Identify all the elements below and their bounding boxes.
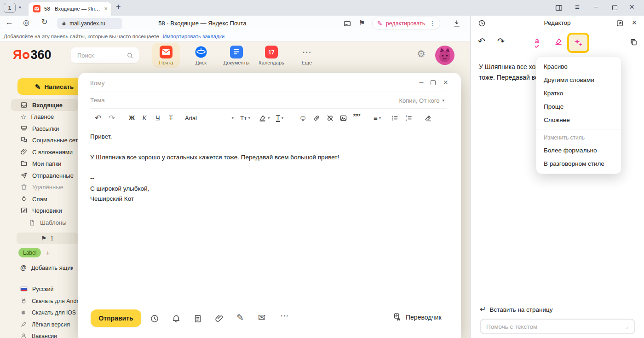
folder-attachments[interactable]: С вложениями bbox=[11, 146, 78, 158]
folder-deleted[interactable]: Удалённые bbox=[11, 181, 78, 193]
folder-spam[interactable]: Спам bbox=[11, 193, 78, 205]
italic-button[interactable]: К bbox=[142, 113, 147, 122]
folder-templates[interactable]: Шаблоны bbox=[11, 216, 78, 228]
bold-button[interactable]: Ж bbox=[129, 113, 135, 122]
insert-image-icon[interactable] bbox=[339, 113, 347, 122]
underline-button[interactable]: Ч bbox=[155, 113, 160, 122]
menu-item-other-words[interactable]: Другими словами bbox=[536, 73, 621, 87]
import-bookmarks-link[interactable]: Импортировать закладки bbox=[163, 34, 224, 39]
downloads-icon[interactable] bbox=[453, 19, 461, 28]
edit-more-kebab-icon[interactable]: ⋮ bbox=[429, 20, 435, 26]
language-link[interactable]: Русский bbox=[11, 283, 78, 295]
svg-text:17: 17 bbox=[268, 49, 275, 56]
collections-card-icon[interactable] bbox=[343, 19, 351, 28]
align-button[interactable]: ≡▾ bbox=[374, 113, 381, 122]
menu-item-more-formal[interactable]: Более формально bbox=[536, 144, 621, 157]
edit-page-button[interactable]: ✎ редактировать ⋮ bbox=[373, 17, 440, 29]
menu-item-conversational[interactable]: В разговорном стиле bbox=[536, 157, 621, 170]
insert-to-page-button[interactable]: ↵ Вставить на страницу bbox=[480, 306, 553, 313]
window-close-button[interactable]: × bbox=[629, 2, 634, 11]
folder-inbox[interactable]: Входящие bbox=[11, 99, 78, 111]
panel-redo-icon[interactable]: ↷ bbox=[497, 37, 505, 46]
bookmarked-messages[interactable]: ⚑ 1 bbox=[17, 233, 78, 244]
quote-icon[interactable]: ”” bbox=[353, 112, 360, 122]
add-label-plus-icon[interactable]: + bbox=[46, 249, 50, 256]
detach-panel-icon[interactable] bbox=[616, 19, 624, 27]
compose-body[interactable]: Привет, У Шляпника все хорошо у остальны… bbox=[90, 132, 443, 204]
download-ios-link[interactable]: Скачать для iOS bbox=[11, 307, 78, 318]
yandex-360-logo[interactable]: Я 360 bbox=[13, 48, 51, 62]
vacancies-link[interactable]: Вакансии bbox=[11, 330, 78, 338]
app-tile-docs[interactable]: Документы bbox=[222, 43, 251, 68]
folder-newsletters[interactable]: Рассылки bbox=[11, 122, 78, 134]
window-maximize-button[interactable] bbox=[612, 5, 617, 10]
folder-social[interactable]: Социальные сети bbox=[11, 134, 78, 146]
download-android-link[interactable]: Скачать для Android bbox=[11, 295, 78, 307]
more-options-icon[interactable]: ⋯ bbox=[280, 311, 289, 320]
settings-gear-icon[interactable]: ⚙ bbox=[417, 49, 426, 58]
cc-from-toggle[interactable]: Копии, От кого ▾ bbox=[399, 92, 444, 109]
clear-format-eraser-icon[interactable] bbox=[424, 113, 432, 122]
mail-search-box[interactable] bbox=[71, 47, 139, 63]
protect-icon[interactable]: ◎ bbox=[23, 19, 29, 26]
bookmark-flag-icon[interactable]: ⚑ bbox=[359, 19, 365, 26]
subject-field[interactable]: Тема Копии, От кого ▾ bbox=[90, 92, 447, 109]
to-field[interactable]: Кому bbox=[90, 75, 447, 92]
folder-important[interactable]: ☆ Главное bbox=[11, 111, 78, 122]
tab-list-chevron-icon[interactable]: ▾ bbox=[19, 6, 21, 10]
emoji-icon[interactable]: ☺ bbox=[299, 113, 307, 122]
menu-item-shorter[interactable]: Кратко bbox=[536, 87, 621, 100]
attach-paperclip-icon[interactable] bbox=[215, 314, 224, 323]
numbered-list-icon[interactable] bbox=[405, 113, 413, 122]
prompt-input[interactable] bbox=[486, 323, 622, 330]
reminder-bell-icon[interactable] bbox=[172, 314, 181, 323]
translator-button[interactable]: Переводчик bbox=[393, 313, 442, 321]
tab-close-icon[interactable]: × bbox=[104, 6, 108, 12]
sidebar-toggle-icon[interactable] bbox=[555, 4, 563, 12]
active-tab[interactable]: 58 · Входящие — Янде… × bbox=[29, 2, 111, 16]
submit-arrow-icon[interactable]: → bbox=[622, 323, 630, 331]
folder-sent[interactable]: Отправленные bbox=[11, 169, 78, 181]
strikethrough-button[interactable]: Т bbox=[169, 113, 173, 122]
fix-errors-icon[interactable]: a bbox=[535, 37, 539, 45]
app-tile-more[interactable]: ⋯ Ещё bbox=[293, 43, 321, 68]
light-version-link[interactable]: Лёгкая версия bbox=[11, 319, 78, 330]
window-minimize-button[interactable]: – bbox=[594, 3, 598, 10]
menu-item-beautiful[interactable]: Красиво bbox=[536, 60, 621, 73]
panel-undo-icon[interactable]: ↶ bbox=[478, 37, 485, 46]
copy-icon[interactable] bbox=[629, 38, 638, 46]
folder-my-folders[interactable]: Мои папки bbox=[11, 157, 78, 169]
undo-icon[interactable]: ↶ bbox=[95, 113, 101, 122]
bullet-list-icon[interactable] bbox=[391, 113, 399, 122]
browser-menu-icon[interactable]: ≡ bbox=[575, 3, 580, 11]
reload-icon[interactable]: ↻ bbox=[41, 18, 47, 26]
tab-list-button[interactable]: 1 bbox=[4, 3, 16, 13]
panel-close-icon[interactable]: × bbox=[632, 18, 637, 27]
rewrite-sparkles-button[interactable] bbox=[567, 33, 589, 53]
add-mailbox-button[interactable]: @ Добавить ящик bbox=[11, 262, 78, 274]
font-family-select[interactable]: Arial ▾ bbox=[185, 113, 234, 122]
app-tile-disk[interactable]: Диск bbox=[187, 43, 215, 68]
app-tile-mail[interactable]: Почта bbox=[152, 43, 180, 68]
label-tag[interactable]: Label bbox=[18, 248, 41, 257]
send-button[interactable]: Отправить bbox=[91, 309, 141, 327]
insert-link-icon[interactable] bbox=[313, 113, 321, 122]
remove-link-icon[interactable] bbox=[326, 113, 334, 122]
redo-icon[interactable]: ↷ bbox=[109, 113, 115, 122]
menu-item-simpler[interactable]: Проще bbox=[536, 100, 621, 113]
font-size-select[interactable]: Тт ▾ bbox=[240, 113, 250, 122]
search-input[interactable] bbox=[77, 52, 126, 59]
schedule-send-clock-icon[interactable] bbox=[150, 314, 159, 323]
notes-doc-icon[interactable] bbox=[193, 314, 202, 323]
highlight-color-button[interactable]: ▾ bbox=[259, 113, 270, 122]
new-tab-button[interactable]: + bbox=[116, 3, 121, 11]
folder-drafts[interactable]: Черновики bbox=[11, 204, 78, 216]
signature-pen-icon[interactable]: ✎ bbox=[236, 313, 244, 322]
back-button-icon[interactable]: ← bbox=[6, 18, 13, 26]
text-color-button[interactable]: Т▾ bbox=[276, 113, 283, 122]
improve-style-icon[interactable] bbox=[554, 37, 563, 46]
app-tile-calendar[interactable]: 17 Календарь bbox=[258, 43, 285, 68]
envelope-icon[interactable]: ✉ bbox=[258, 313, 265, 322]
user-avatar[interactable] bbox=[435, 46, 454, 65]
menu-item-more-complex[interactable]: Сложнее bbox=[536, 113, 621, 127]
